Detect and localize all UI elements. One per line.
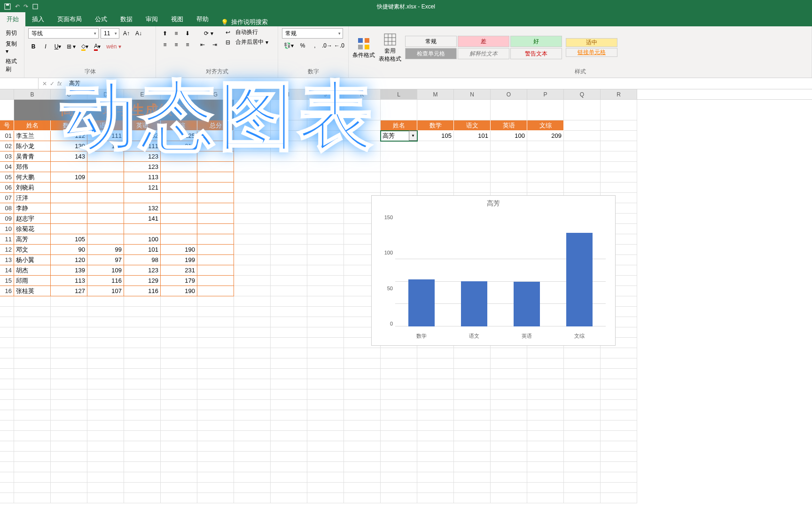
column-header-J[interactable]: J xyxy=(307,89,344,99)
increase-font-icon[interactable]: A↑ xyxy=(121,28,132,39)
tab-insert[interactable]: 插入 xyxy=(25,12,51,26)
fill-color-button[interactable]: ◇ ▾ xyxy=(79,41,90,52)
column-header-C[interactable]: C xyxy=(51,89,87,99)
phonetic-button[interactable]: wén ▾ xyxy=(104,41,123,52)
format-as-table-button[interactable]: 套用 表格格式 xyxy=(379,32,401,63)
column-header-F[interactable]: F xyxy=(161,89,197,99)
font-name-combo[interactable]: 等线 xyxy=(28,28,99,39)
column-header-O[interactable]: O xyxy=(491,89,527,99)
select-all-corner[interactable] xyxy=(0,89,14,99)
chart-bar-英语 xyxy=(514,282,540,326)
tab-review[interactable]: 审阅 xyxy=(139,12,164,26)
format-painter-button[interactable]: 格式刷 xyxy=(4,56,20,74)
style-normal[interactable]: 常规 xyxy=(405,36,457,47)
tab-data[interactable]: 数据 xyxy=(114,12,139,26)
accept-formula-icon[interactable]: ✓ xyxy=(50,80,55,87)
tab-help[interactable]: 帮助 xyxy=(190,12,215,26)
save-icon[interactable] xyxy=(4,3,11,10)
lightbulb-icon: 💡 xyxy=(221,19,228,26)
align-bottom-icon[interactable]: ⬇ xyxy=(182,28,193,39)
wrap-icon: ↩ xyxy=(226,29,230,36)
redo-icon[interactable]: ↷ xyxy=(23,3,28,10)
column-header-I[interactable]: I xyxy=(271,89,307,99)
ribbon: 剪切 复制 ▾ 格式刷 等线 11 A↑ A↓ B I U ▾ ⊞ ▾ ◇ ▾ … xyxy=(0,26,812,78)
tab-formula[interactable]: 公式 xyxy=(88,12,114,26)
column-header-Q[interactable]: Q xyxy=(564,89,601,99)
selected-name-cell[interactable]: 高芳▼ xyxy=(381,131,417,141)
decrease-decimal-button[interactable]: ←.0 xyxy=(334,40,344,51)
column-header-H[interactable]: H xyxy=(234,89,271,99)
align-middle-icon[interactable]: ≡ xyxy=(171,28,181,39)
merge-center-button[interactable]: ⊟ 合并后居中 ▾ xyxy=(226,38,268,46)
decrease-indent-icon[interactable]: ⇤ xyxy=(197,40,208,50)
conditional-format-button[interactable]: 条件格式 xyxy=(352,36,375,59)
main-header-4: 英语 xyxy=(124,120,161,131)
tab-view[interactable]: 视图 xyxy=(164,12,190,26)
font-size-combo[interactable]: 11 xyxy=(101,28,119,39)
tab-home[interactable]: 开始 xyxy=(0,12,25,26)
main-header-1: 姓名 xyxy=(14,120,51,131)
tell-me-search[interactable]: 💡 操作说明搜索 xyxy=(215,18,273,26)
titlebar: ↶ ↷ 快捷键素材.xlsx - Excel xyxy=(0,0,812,13)
column-header-E[interactable]: E xyxy=(124,89,161,99)
column-header-P[interactable]: P xyxy=(527,89,564,99)
align-center-icon[interactable]: ≡ xyxy=(171,40,181,50)
align-right-icon[interactable]: ≡ xyxy=(182,40,193,50)
number-format-combo[interactable]: 常规 xyxy=(282,28,343,39)
increase-indent-icon[interactable]: ⇥ xyxy=(210,40,220,50)
align-top-icon[interactable]: ⬆ xyxy=(160,28,170,39)
selected-wen: 209 xyxy=(527,131,564,141)
chart-y-axis: 050100150 xyxy=(376,214,393,326)
copy-button[interactable]: 复制 ▾ xyxy=(4,39,20,56)
underline-button[interactable]: U ▾ xyxy=(53,41,63,52)
right-header-1: 数学 xyxy=(417,120,454,131)
column-header-K[interactable]: K xyxy=(344,89,381,99)
style-neutral[interactable]: 适中 xyxy=(566,38,617,47)
undo-icon[interactable]: ↶ xyxy=(15,3,20,10)
main-header-5: 文综 xyxy=(161,120,197,131)
percent-button[interactable]: % xyxy=(297,40,308,51)
column-header-B[interactable]: B xyxy=(14,89,51,99)
student-name: 李玉兰 xyxy=(14,131,51,141)
svg-rect-7 xyxy=(384,34,396,45)
merge-icon: ⊟ xyxy=(226,39,230,46)
right-header-4: 文综 xyxy=(527,120,564,131)
main-header-2: 数学 xyxy=(51,120,87,131)
italic-button[interactable]: I xyxy=(40,41,51,52)
orientation-button[interactable]: ⟳ ▾ xyxy=(197,28,220,39)
name-box[interactable] xyxy=(0,78,39,89)
accounting-format-button[interactable]: 💱▾ xyxy=(282,40,296,51)
spreadsheet-grid[interactable]: BCDEFGHIJKLMNOPQR 高三一班学生成绩表号姓名数学语文英语文综总分… xyxy=(0,89,812,503)
embedded-chart[interactable]: 高芳 050100150 数学语文英语文综 xyxy=(371,195,616,346)
font-color-button[interactable]: A ▾ xyxy=(92,41,102,52)
bold-button[interactable]: B xyxy=(28,41,39,52)
cell-styles-gallery[interactable]: 常规 差 好 检查单元格 解释性文本 警告文本 xyxy=(405,36,562,59)
column-header-M[interactable]: M xyxy=(417,89,454,99)
style-bad[interactable]: 差 xyxy=(458,36,509,47)
style-explanatory[interactable]: 解释性文本 xyxy=(458,48,509,59)
svg-rect-2 xyxy=(33,4,38,9)
touch-mode-icon[interactable] xyxy=(32,3,39,10)
formula-input[interactable]: 高芳 xyxy=(65,79,812,87)
style-check[interactable]: 检查单元格 xyxy=(405,48,457,59)
wrap-text-button[interactable]: ↩ 自动换行 xyxy=(226,28,268,36)
decrease-font-icon[interactable]: A↓ xyxy=(133,28,144,39)
column-header-D[interactable]: D xyxy=(87,89,124,99)
style-good[interactable]: 好 xyxy=(510,36,562,47)
align-left-icon[interactable]: ≡ xyxy=(160,40,170,50)
cut-button[interactable]: 剪切 xyxy=(4,28,19,38)
style-linked[interactable]: 链接单元格 xyxy=(566,48,617,57)
borders-button[interactable]: ⊞ ▾ xyxy=(65,41,78,52)
column-header-G[interactable]: G xyxy=(197,89,234,99)
column-header-N[interactable]: N xyxy=(454,89,491,99)
increase-decimal-button[interactable]: .0→ xyxy=(322,40,332,51)
fx-icon[interactable]: fx xyxy=(57,80,62,87)
table-format-icon xyxy=(383,32,398,47)
comma-button[interactable]: , xyxy=(310,40,320,51)
style-warning[interactable]: 警告文本 xyxy=(510,48,562,59)
column-header-R[interactable]: R xyxy=(601,89,637,99)
column-header-L[interactable]: L xyxy=(381,89,417,99)
cancel-formula-icon[interactable]: ✕ xyxy=(42,80,47,87)
tab-layout[interactable]: 页面布局 xyxy=(51,12,88,26)
dropdown-handle-icon[interactable]: ▼ xyxy=(409,131,417,141)
